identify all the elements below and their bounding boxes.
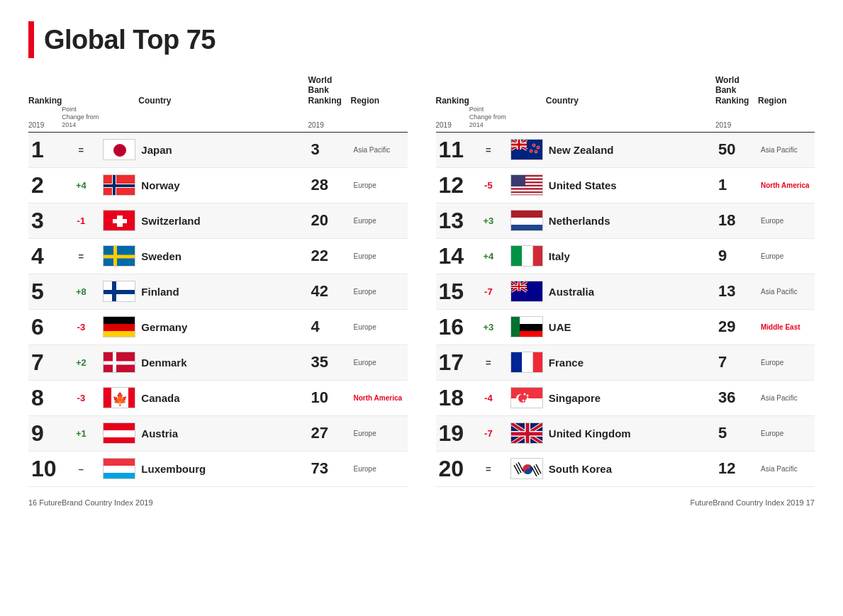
th-wb-year: 2019 bbox=[308, 106, 351, 132]
svg-rect-55 bbox=[511, 188, 543, 189]
flag-uae bbox=[510, 316, 543, 337]
flag-usa bbox=[510, 174, 543, 196]
wb-ranking: 3 bbox=[308, 132, 351, 167]
page-header: Global Top 75 bbox=[28, 21, 815, 58]
point-change: +4 bbox=[469, 238, 508, 274]
region-label: Europe bbox=[758, 203, 815, 238]
table-row: 18 -4 Singapore 36 Asia Pacific bbox=[436, 380, 815, 415]
region-label: Europe bbox=[351, 451, 408, 486]
right-ranking-table: Ranking Country World Bank Ranking Regio… bbox=[436, 75, 815, 487]
wb-ranking: 22 bbox=[308, 238, 351, 274]
svg-point-89 bbox=[526, 398, 528, 400]
table-row: 2 +4 Norway 28 Europe bbox=[28, 167, 408, 203]
flag-uk bbox=[510, 422, 543, 444]
svg-rect-26 bbox=[104, 423, 135, 430]
svg-rect-31 bbox=[104, 473, 135, 479]
wb-ranking: 4 bbox=[308, 309, 351, 345]
flag-cell bbox=[100, 132, 138, 167]
th-country-sub bbox=[138, 106, 308, 132]
table-row: 12 -5 United States 1 North America bbox=[436, 167, 815, 203]
svg-point-44 bbox=[535, 150, 537, 153]
country-name: Switzerland bbox=[138, 203, 308, 238]
flag-cell: 🍁 bbox=[100, 380, 138, 415]
rank-number: 4 bbox=[28, 238, 62, 274]
svg-rect-64 bbox=[511, 246, 522, 267]
wb-ranking: 27 bbox=[308, 415, 351, 451]
table-row: 7 +2 Denmark 35 Europe bbox=[28, 345, 408, 380]
svg-point-1 bbox=[113, 144, 126, 157]
svg-rect-30 bbox=[104, 466, 135, 473]
region-label: Europe bbox=[758, 345, 815, 380]
right-header-row-top: Ranking Country World Bank Ranking Regio… bbox=[436, 75, 815, 106]
svg-rect-77 bbox=[520, 317, 543, 324]
point-change: -5 bbox=[469, 167, 508, 203]
flag-cell bbox=[100, 167, 138, 203]
svg-point-90 bbox=[525, 400, 527, 402]
country-name: Singapore bbox=[546, 380, 715, 415]
rank-number: 15 bbox=[436, 274, 469, 309]
th-country: Country bbox=[138, 75, 308, 106]
svg-rect-80 bbox=[511, 352, 522, 373]
flag-australia bbox=[510, 281, 543, 302]
svg-rect-12 bbox=[104, 255, 135, 259]
table-row: 4 = Sweden 22 Europe bbox=[28, 238, 408, 274]
svg-text:🍁: 🍁 bbox=[112, 391, 128, 407]
svg-rect-56 bbox=[511, 190, 543, 191]
table-row: 14 +4 Italy 9 Europe bbox=[436, 238, 815, 274]
flag-cell bbox=[508, 238, 546, 274]
flag-denmark bbox=[103, 352, 135, 373]
wb-ranking: 20 bbox=[308, 203, 351, 238]
th-point-empty bbox=[62, 75, 100, 106]
right-th-point-change: Point Change from 2014 bbox=[469, 106, 508, 132]
rank-number: 13 bbox=[436, 203, 469, 238]
rank-number: 5 bbox=[28, 274, 62, 309]
flag-germany bbox=[103, 316, 135, 337]
svg-rect-22 bbox=[104, 388, 111, 408]
flag-cell bbox=[508, 274, 546, 309]
rank-number: 1 bbox=[28, 132, 62, 167]
svg-rect-58 bbox=[511, 193, 543, 194]
left-table-section: Ranking Country World Bank Ranking Regio… bbox=[28, 75, 408, 487]
th-year: 2019 bbox=[28, 106, 62, 132]
point-change: -3 bbox=[62, 380, 100, 415]
svg-rect-61 bbox=[511, 211, 543, 218]
flag-cell bbox=[508, 167, 546, 203]
left-ranking-table: Ranking Country World Bank Ranking Regio… bbox=[28, 75, 408, 487]
table-row: 11 = New Zealand 50 Asia Pacific bbox=[436, 132, 815, 167]
table-row: 10 – Luxembourg 73 Europe bbox=[28, 451, 408, 486]
svg-point-87 bbox=[523, 393, 525, 396]
flag-sweden bbox=[103, 245, 135, 267]
header-row-top: Ranking Country World Bank Ranking Regio… bbox=[28, 75, 408, 106]
flag-france bbox=[510, 352, 543, 373]
point-change: -7 bbox=[469, 274, 508, 309]
region-label: Europe bbox=[351, 274, 408, 309]
right-th-wb: World Bank Ranking bbox=[715, 75, 758, 106]
tables-wrapper: Ranking Country World Bank Ranking Regio… bbox=[28, 75, 815, 487]
point-change: +3 bbox=[469, 203, 508, 238]
svg-rect-16 bbox=[104, 317, 135, 324]
point-change: -3 bbox=[62, 309, 100, 345]
flag-norway bbox=[103, 174, 135, 196]
table-row: 20 = South Korea 12 Asia Pacific bbox=[436, 451, 815, 486]
wb-ranking: 73 bbox=[308, 451, 351, 486]
right-th-country-sub bbox=[546, 106, 715, 132]
rank-number: 12 bbox=[436, 167, 469, 203]
flag-italy bbox=[510, 245, 543, 267]
svg-rect-62 bbox=[511, 218, 543, 225]
country-name: Germany bbox=[138, 309, 308, 345]
right-th-region-sub bbox=[758, 106, 815, 132]
svg-rect-83 bbox=[511, 388, 543, 398]
svg-rect-65 bbox=[522, 246, 532, 267]
footer-left: 16 FutureBrand Country Index 2019 bbox=[28, 498, 153, 507]
svg-rect-81 bbox=[522, 352, 532, 373]
svg-point-88 bbox=[526, 395, 528, 397]
svg-rect-78 bbox=[520, 324, 543, 331]
right-th-country: Country bbox=[546, 75, 715, 106]
flag-cell bbox=[508, 203, 546, 238]
point-change: = bbox=[62, 132, 100, 167]
th-flag-sub bbox=[100, 106, 138, 132]
rank-number: 14 bbox=[436, 238, 469, 274]
svg-rect-28 bbox=[104, 437, 135, 444]
country-name: Luxembourg bbox=[138, 451, 308, 486]
wb-ranking: 5 bbox=[715, 415, 758, 451]
